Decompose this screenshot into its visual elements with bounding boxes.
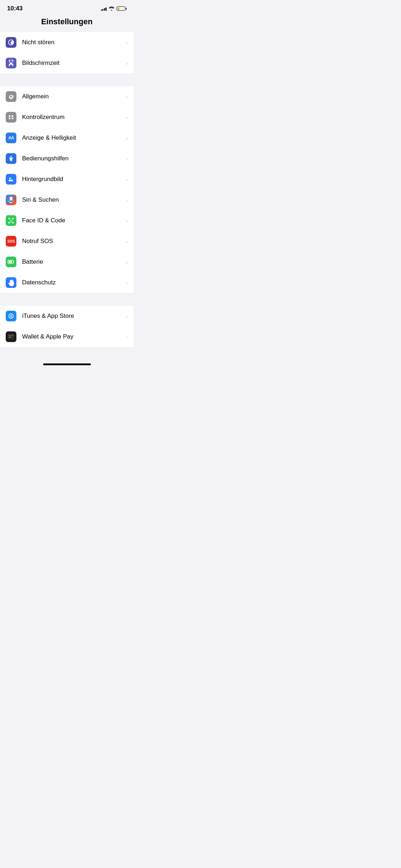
svg-point-10: [10, 220, 11, 221]
svg-rect-2: [9, 118, 11, 119]
chevron-icon: ›: [126, 40, 128, 46]
hintergrundbild-label: Hintergrundbild: [22, 176, 124, 183]
nicht-storen-label: Nicht stören: [22, 39, 124, 46]
aa-icon: AA: [6, 133, 16, 143]
moon-icon: [6, 37, 16, 48]
section-divider-3: [0, 347, 134, 360]
settings-group-3: iTunes & App Store › Wallet & Apple Pay …: [0, 306, 134, 347]
bildschirmzeit-label: Bildschirmzeit: [22, 60, 124, 67]
chevron-icon: ›: [126, 313, 128, 319]
svg-rect-1: [12, 115, 14, 117]
chevron-icon: ›: [126, 334, 128, 340]
home-bar: [43, 363, 91, 365]
page-title: Einstellungen: [41, 17, 92, 26]
chevron-icon: ›: [126, 238, 128, 244]
svg-point-11: [11, 220, 12, 221]
settings-item-wallet[interactable]: Wallet & Apple Pay ›: [0, 326, 134, 347]
chevron-icon: ›: [126, 197, 128, 203]
settings-item-kontrollzentrum[interactable]: Kontrollzentrum ›: [0, 107, 134, 128]
signal-bar-4: [106, 7, 107, 11]
chevron-icon: ›: [126, 156, 128, 162]
settings-item-bedienungshilfen[interactable]: Bedienungshilfen ›: [0, 148, 134, 169]
home-indicator: [0, 360, 134, 367]
wallet-label: Wallet & Apple Pay: [22, 333, 124, 340]
chevron-icon: ›: [126, 280, 128, 286]
siri-label: Siri & Suchen: [22, 196, 124, 203]
notruf-label: Notruf SOS: [22, 238, 124, 245]
chevron-icon: ›: [126, 259, 128, 265]
status-time: 10:43: [7, 5, 22, 12]
svg-point-4: [10, 156, 12, 157]
settings-group-2: Allgemein › Kontrollzentrum › AA Anzeige…: [0, 86, 134, 293]
signal-bar-1: [101, 10, 102, 11]
hand-icon: [6, 277, 16, 288]
chevron-icon: ›: [126, 114, 128, 120]
gear-icon: [6, 91, 16, 102]
svg-rect-14: [9, 261, 12, 263]
itunes-label: iTunes & App Store: [22, 312, 124, 320]
allgemein-label: Allgemein: [22, 93, 124, 100]
svg-rect-18: [9, 336, 11, 337]
appstore-icon: [6, 311, 16, 321]
svg-point-5: [9, 177, 11, 179]
faceid-icon: [6, 215, 16, 226]
signal-bar-2: [102, 9, 103, 11]
datenschutz-label: Datenschutz: [22, 279, 124, 286]
wallpaper-icon: [6, 174, 16, 185]
settings-item-batterie[interactable]: Batterie ›: [0, 252, 134, 272]
chevron-icon: ›: [126, 135, 128, 141]
accessibility-icon: [6, 153, 16, 164]
chevron-icon: ›: [126, 176, 128, 182]
settings-item-nicht-storen[interactable]: Nicht stören ›: [0, 32, 134, 53]
svg-rect-6: [9, 218, 10, 219]
battery-settings-icon: [6, 257, 16, 267]
page-header: Einstellungen: [0, 14, 134, 32]
batterie-label: Batterie: [22, 258, 124, 265]
wifi-icon: [109, 6, 114, 11]
settings-item-allgemein[interactable]: Allgemein ›: [0, 86, 134, 107]
svg-rect-0: [9, 115, 11, 117]
faceid-label: Face ID & Code: [22, 217, 124, 224]
kontrollzentrum-label: Kontrollzentrum: [22, 114, 124, 121]
sos-icon: SOS: [6, 236, 16, 247]
toggle-icon: [6, 112, 16, 123]
settings-group-1: Nicht stören › Bildschirmzeit ›: [0, 32, 134, 73]
siri-icon: [6, 195, 16, 205]
status-bar: 10:43: [0, 0, 134, 14]
settings-item-anzeige[interactable]: AA Anzeige & Helligkeit ›: [0, 128, 134, 148]
settings-item-siri[interactable]: Siri & Suchen ›: [0, 190, 134, 210]
settings-item-hintergrundbild[interactable]: Hintergrundbild ›: [0, 169, 134, 190]
section-divider-2: [0, 293, 134, 306]
signal-icon: [101, 6, 107, 11]
bedienungshilfen-label: Bedienungshilfen: [22, 155, 124, 162]
chevron-icon: ›: [126, 94, 128, 100]
anzeige-label: Anzeige & Helligkeit: [22, 134, 124, 141]
signal-bar-3: [104, 8, 105, 11]
settings-item-bildschirmzeit[interactable]: Bildschirmzeit ›: [0, 53, 134, 73]
status-icons: [101, 6, 127, 11]
hourglass-icon: [6, 58, 16, 68]
wallet-icon: [6, 331, 16, 342]
settings-item-faceid[interactable]: Face ID & Code ›: [0, 210, 134, 231]
settings-item-notruf[interactable]: SOS Notruf SOS ›: [0, 231, 134, 252]
svg-rect-8: [9, 222, 10, 223]
svg-rect-3: [12, 118, 14, 119]
svg-rect-7: [12, 218, 14, 219]
svg-rect-16: [8, 335, 14, 336]
chevron-icon: ›: [126, 218, 128, 224]
svg-rect-9: [12, 222, 14, 223]
settings-item-itunes[interactable]: iTunes & App Store ›: [0, 306, 134, 326]
section-divider-1: [0, 73, 134, 86]
settings-item-datenschutz[interactable]: Datenschutz ›: [0, 272, 134, 293]
chevron-icon: ›: [126, 60, 128, 66]
battery-icon: [117, 6, 127, 11]
